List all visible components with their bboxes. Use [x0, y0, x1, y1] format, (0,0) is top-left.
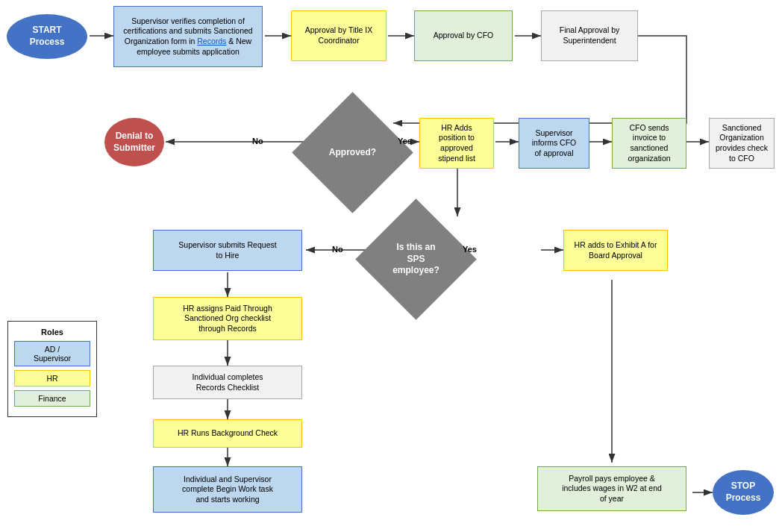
- cfo-sends-box: CFO sends invoice to sanctioned organiza…: [612, 118, 686, 169]
- hr-exhibit-box: HR adds to Exhibit A for Board Approval: [563, 230, 668, 271]
- hr-assigns-box: HR assigns Paid Through Sanctioned Org c…: [153, 297, 302, 340]
- flowchart: START Process Supervisor verifies comple…: [0, 0, 779, 532]
- supervisor-request-box: Supervisor submits Request to Hire: [153, 230, 302, 271]
- yes-label-sps: Yes: [463, 245, 477, 254]
- hr-background-box: HR Runs Background Check: [153, 419, 302, 448]
- title-ix-box: Approval by Title IX Coordinator: [291, 10, 387, 61]
- stop-node: STOP Process: [713, 470, 774, 515]
- final-approval-box: Final Approval by Superintendent: [541, 10, 638, 61]
- denial-node: Denial to Submitter: [104, 118, 164, 166]
- individual-supervisor-box: Individual and Supervisor complete Begin…: [153, 466, 302, 513]
- legend-item-ad: AD /Supervisor: [14, 341, 90, 366]
- no-label-sps: No: [332, 245, 343, 254]
- hr-adds-box: HR Adds position to approved stipend lis…: [419, 118, 494, 169]
- sanctioned-org-box: Sanctioned Organization provides check t…: [709, 118, 775, 169]
- approved-diamond: Approved?: [292, 92, 413, 213]
- supervisor-informs-box: Supervisor informs CFO of approval: [519, 118, 589, 169]
- legend-item-hr: HR: [14, 370, 90, 387]
- payroll-box: Payroll pays employee & includes wages i…: [537, 466, 686, 511]
- legend-box: Roles AD /Supervisor HR Finance: [7, 321, 97, 417]
- supervisor-box: Supervisor verifies completion of certif…: [113, 6, 263, 67]
- sps-diamond: Is this an SPS employee?: [355, 198, 477, 320]
- individual-completes-box: Individual completes Records Checklist: [153, 366, 302, 399]
- yes-label-approved: Yes: [398, 137, 412, 145]
- start-node: START Process: [7, 14, 87, 59]
- cfo-approval-box: Approval by CFO: [414, 10, 513, 61]
- no-label-approved: No: [252, 137, 263, 145]
- legend-title: Roles: [14, 328, 90, 337]
- legend-item-finance: Finance: [14, 390, 90, 407]
